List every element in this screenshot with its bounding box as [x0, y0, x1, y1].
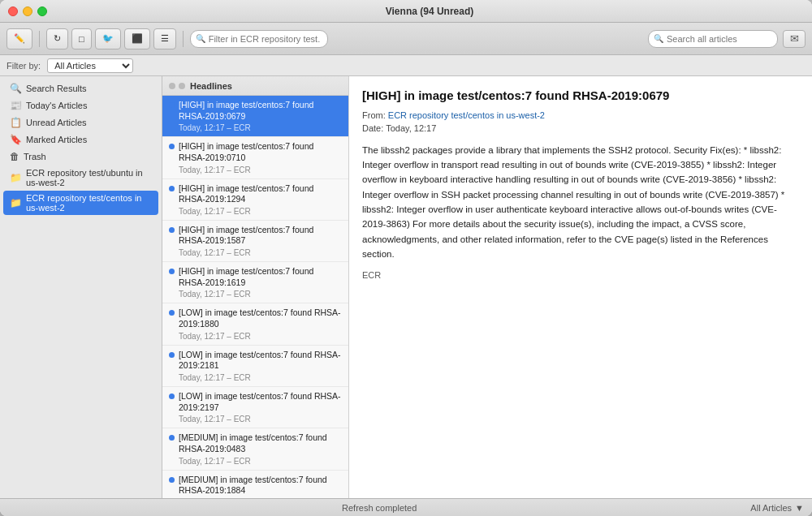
traffic-lights [8, 6, 47, 16]
headline-item[interactable]: [HIGH] in image test/centos:7 found RHSA… [162, 262, 348, 303]
headline-meta: Today, 12:17 – ECR [169, 415, 342, 424]
headline-text: [HIGH] in image test/centos:7 found RHSA… [179, 141, 342, 163]
global-search-wrapper: 🔍 [648, 30, 778, 48]
sidebar-item-label: Unread Articles [26, 118, 87, 127]
headlines-header: Headlines [162, 76, 348, 96]
headline-meta: Today, 12:17 – ECR [169, 332, 342, 341]
unread-folder-icon: 📋 [10, 117, 22, 128]
window-title: Vienna (94 Unread) [55, 6, 804, 17]
unread-dot [169, 477, 175, 483]
titlebar: Vienna (94 Unread) [0, 0, 812, 23]
action-button[interactable]: ☰ [153, 28, 176, 49]
mail-button[interactable]: ✉ [783, 30, 806, 48]
from-label: From: [362, 110, 386, 120]
headline-meta: Today, 12:17 – ECR [169, 166, 342, 174]
headline-row: [HIGH] in image test/centos:7 found RHSA… [169, 266, 342, 288]
sidebar-item-label: Today's Articles [26, 101, 87, 110]
headline-item[interactable]: [LOW] in image test/centos:7 found RHSA-… [162, 387, 348, 428]
share-button[interactable]: ⬛ [124, 28, 150, 49]
minimize-button[interactable] [23, 6, 32, 16]
headline-item[interactable]: [LOW] in image test/centos:7 found RHSA-… [162, 303, 348, 345]
global-search-input[interactable] [648, 30, 778, 48]
status-text: Refresh completed [8, 503, 750, 513]
share-icon: ⬛ [132, 33, 143, 44]
filter-search-input[interactable] [190, 30, 328, 48]
headline-row: [LOW] in image test/centos:7 found RHSA-… [169, 350, 342, 372]
sidebar-item-label: Search Results [26, 84, 87, 93]
toolbar: ✏️ ↻ □ 🐦 ⬛ ☰ 🔍 🔍 ✉ [0, 23, 812, 55]
headline-meta: Today, 12:17 – ECR [169, 290, 342, 299]
action-icon: ☰ [161, 33, 169, 44]
unread-dot [169, 144, 175, 149]
headline-row: [LOW] in image test/centos:7 found RHSA-… [169, 391, 342, 413]
sidebar-item-label: ECR repository test/ubuntu in us-west-2 [26, 168, 152, 187]
marked-icon: 🔖 [10, 134, 22, 145]
unread-button[interactable]: □ [71, 28, 92, 49]
search-wrapper: 🔍 [190, 30, 328, 48]
statusbar-right-text: All Articles [750, 503, 792, 513]
trash-icon: 🗑 [10, 151, 19, 162]
toolbar-right: 🔍 ✉ [648, 30, 806, 48]
mark-button[interactable]: 🐦 [95, 28, 121, 49]
main-window: Vienna (94 Unread) ✏️ ↻ □ 🐦 ⬛ ☰ 🔍 🔍 [0, 0, 812, 516]
headline-row: [MEDIUM] in image test/centos:7 found RH… [169, 432, 342, 454]
dot-2 [179, 83, 185, 89]
headline-text: [HIGH] in image test/centos:7 found RHSA… [179, 225, 342, 247]
unread-dot [169, 186, 175, 191]
refresh-icon: ↻ [54, 33, 61, 44]
statusbar-right: All Articles ▼ [750, 503, 804, 513]
headline-meta: Today, 12:17 – ECR [169, 248, 342, 257]
sidebar-item-today[interactable]: 📰 Today's Articles [3, 97, 158, 114]
headline-text: [LOW] in image test/centos:7 found RHSA-… [179, 350, 342, 372]
date-label: Date: [362, 123, 383, 133]
sidebar-item-search-results[interactable]: 🔍 Search Results [3, 80, 158, 97]
from-link[interactable]: ECR repository test/centos in us-west-2 [388, 110, 545, 120]
headline-row: [HIGH] in image test/centos:7 found RHSA… [169, 183, 342, 205]
date-value: Today, 12:17 [386, 123, 436, 133]
new-button[interactable]: ✏️ [6, 28, 32, 49]
unread-dot [169, 310, 175, 316]
mark-icon: 🐦 [102, 33, 114, 44]
headline-item[interactable]: [HIGH] in image test/centos:7 found RHSA… [162, 221, 348, 262]
folder-ubuntu-icon: 📁 [10, 172, 22, 183]
headline-text: [HIGH] in image test/centos:7 found RHSA… [179, 266, 342, 288]
sidebar-item-ecr-centos[interactable]: 📁 ECR repository test/centos in us-west-… [3, 191, 158, 215]
headline-item[interactable]: [LOW] in image test/centos:7 found RHSA-… [162, 346, 348, 387]
headline-item[interactable]: [HIGH] in image test/centos:7 found RHSA… [162, 179, 348, 221]
article-title: [HIGH] in image test/centos:7 found RHSA… [362, 88, 799, 104]
folder-centos-icon: 📁 [10, 197, 22, 209]
maximize-button[interactable] [37, 6, 47, 16]
close-button[interactable] [8, 6, 18, 16]
sidebar-item-label: Trash [24, 152, 46, 161]
headline-item[interactable]: [HIGH] in image test/centos:7 found RHSA… [162, 96, 348, 137]
headline-meta: Today, 12:17 – ECR [169, 207, 342, 216]
search-results-icon: 🔍 [10, 83, 22, 94]
headline-item[interactable]: [HIGH] in image test/centos:7 found RHSA… [162, 137, 348, 178]
refresh-button[interactable]: ↻ [46, 28, 68, 49]
unread-icon: □ [79, 34, 84, 44]
today-icon: 📰 [10, 100, 22, 111]
headline-text: [LOW] in image test/centos:7 found RHSA-… [179, 391, 342, 413]
statusbar: Refresh completed All Articles ▼ [0, 498, 812, 516]
header-dots [169, 83, 185, 89]
main-content: 🔍 Search Results 📰 Today's Articles 📋 Un… [0, 76, 812, 498]
headline-item[interactable]: [MEDIUM] in image test/centos:7 found RH… [162, 471, 348, 498]
headline-text: [MEDIUM] in image test/centos:7 found RH… [179, 432, 342, 454]
sidebar-item-ecr-ubuntu[interactable]: 📁 ECR repository test/ubuntu in us-west-… [3, 166, 158, 190]
unread-dot [169, 227, 175, 233]
article-date: Date: Today, 12:17 [362, 123, 799, 133]
unread-dot [169, 102, 175, 108]
unread-dot [169, 352, 175, 358]
filter-select[interactable]: All Articles Unread Articles Marked Arti… [47, 58, 133, 73]
headline-meta: Today, 12:17 – ECR [169, 123, 342, 132]
sidebar-item-unread[interactable]: 📋 Unread Articles [3, 114, 158, 131]
headline-item[interactable]: [MEDIUM] in image test/centos:7 found RH… [162, 428, 348, 470]
headline-row: [LOW] in image test/centos:7 found RHSA-… [169, 307, 342, 329]
article-body: The libssh2 packages provide a library t… [362, 143, 799, 262]
headline-row: [HIGH] in image test/centos:7 found RHSA… [169, 100, 342, 122]
sidebar-item-marked[interactable]: 🔖 Marked Articles [3, 131, 158, 148]
headline-row: [HIGH] in image test/centos:7 found RHSA… [169, 141, 342, 163]
sidebar-item-trash[interactable]: 🗑 Trash [3, 148, 158, 165]
headline-row: [HIGH] in image test/centos:7 found RHSA… [169, 225, 342, 247]
filter-icon: ▼ [795, 503, 804, 513]
